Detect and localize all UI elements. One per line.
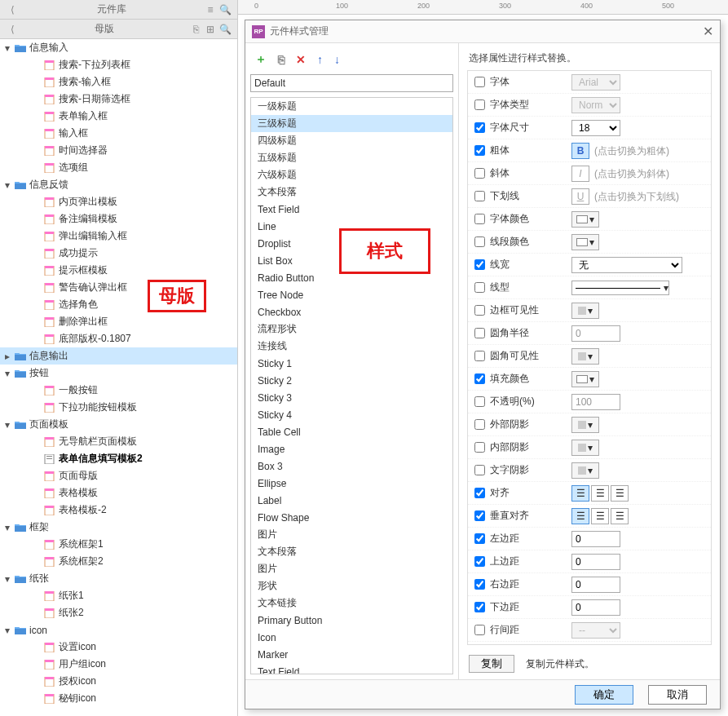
tree-item[interactable]: 表单信息填写模板2 (0, 450, 237, 467)
twisty-icon[interactable]: ▾ (5, 419, 15, 431)
prop-checkbox[interactable] (474, 579, 485, 590)
tree-item[interactable]: 搜索-输入框 (0, 73, 237, 91)
close-icon[interactable]: ✕ (703, 24, 713, 39)
delete-icon[interactable]: ✕ (296, 53, 306, 66)
tree-item[interactable]: 内页弹出模板 (0, 193, 237, 210)
tree-folder[interactable]: ▾信息反馈 (0, 176, 237, 193)
prop-select[interactable]: -- (571, 622, 620, 639)
prop-checkbox[interactable] (474, 442, 485, 453)
cancel-button[interactable]: 取消 (648, 685, 707, 705)
prop-input[interactable] (571, 577, 620, 593)
style-item[interactable]: Table Cell (251, 423, 452, 440)
align-right-icon[interactable]: ☰ (611, 485, 629, 502)
style-item[interactable]: 连接线 (251, 338, 452, 355)
tree-item[interactable]: 成功提示 (0, 245, 237, 262)
prop-checkbox[interactable] (474, 259, 485, 270)
tree-folder[interactable]: ▸信息输出 (0, 347, 237, 365)
align-left-icon[interactable]: ☰ (571, 485, 589, 502)
copy-button[interactable]: 复制 (469, 655, 514, 673)
master-tree[interactable]: ▾信息输入搜索-下拉列表框搜索-输入框搜索-日期筛选框表单输入框输入框时间选择器… (0, 39, 237, 716)
twisty-icon[interactable]: ▾ (5, 522, 15, 533)
tree-item[interactable]: 下拉功能按钮模板 (0, 399, 237, 416)
prop-checkbox[interactable] (474, 556, 485, 567)
search-icon[interactable]: 🔍 (218, 2, 232, 17)
visibility-swatch[interactable]: ▾ (571, 462, 599, 479)
prop-input[interactable] (571, 325, 620, 342)
bold-icon[interactable]: B (571, 143, 589, 159)
visibility-swatch[interactable]: ▾ (571, 348, 599, 365)
tree-item[interactable]: 秘钥icon (0, 690, 237, 707)
style-search-input[interactable]: Default (250, 74, 453, 92)
style-item[interactable]: Ellipse (251, 475, 452, 492)
tree-folder[interactable]: ▾信息输入 (0, 39, 237, 56)
visibility-swatch[interactable]: ▾ (571, 440, 599, 456)
prop-checkbox[interactable] (474, 122, 485, 133)
twisty-icon[interactable]: ▾ (5, 42, 15, 54)
style-item[interactable]: 三级标题 (251, 115, 452, 132)
valign-middle-icon[interactable]: ☰ (591, 508, 609, 524)
prop-select[interactable]: Arial (571, 74, 620, 91)
tree-item[interactable]: 提示框模板 (0, 262, 237, 279)
tree-item[interactable]: 纸张2 (0, 604, 237, 621)
line-style-select[interactable]: ▾ (571, 281, 669, 295)
tree-item[interactable]: 系统框架1 (0, 536, 237, 553)
prop-select[interactable]: Normal (571, 97, 620, 113)
prop-input[interactable] (571, 394, 620, 410)
prop-checkbox[interactable] (474, 533, 485, 544)
prop-checkbox[interactable] (474, 328, 485, 338)
tree-item[interactable]: 授权icon (0, 673, 237, 690)
copy-icon[interactable]: ⎘ (278, 53, 285, 66)
twisty-icon[interactable]: ▾ (5, 368, 15, 379)
prop-checkbox[interactable] (474, 77, 485, 87)
add-icon[interactable]: ＋ (255, 52, 267, 67)
prop-select[interactable]: 无 (571, 257, 682, 273)
align-center-icon[interactable]: ☰ (591, 485, 609, 502)
tree-item[interactable]: 表格模板-2 (0, 502, 237, 519)
down-icon[interactable]: ↓ (334, 53, 340, 66)
style-item[interactable]: 流程形状 (251, 320, 452, 338)
twisty-icon[interactable]: ▸ (5, 351, 15, 362)
style-item[interactable]: Marker (251, 646, 452, 663)
style-item[interactable]: 文本段落 (251, 543, 452, 560)
tree-folder[interactable]: ▾页面模板 (0, 416, 237, 433)
twisty-icon[interactable]: ▾ (5, 573, 15, 585)
style-item[interactable]: 五级标题 (251, 149, 452, 166)
style-item[interactable]: Primary Button (251, 612, 452, 629)
tree-item[interactable]: 表格模板 (0, 484, 237, 502)
tree-item[interactable]: 页面母版 (0, 467, 237, 484)
prop-checkbox[interactable] (474, 236, 485, 247)
add-page-icon[interactable]: ⊞ (203, 22, 218, 37)
tree-item[interactable]: 弹出编辑输入框 (0, 228, 237, 245)
prop-checkbox[interactable] (474, 373, 485, 384)
visibility-swatch[interactable]: ▾ (571, 303, 599, 319)
prop-checkbox[interactable] (474, 305, 485, 316)
style-item[interactable]: 一级标题 (251, 98, 452, 115)
tree-item[interactable]: 无导航栏页面模板 (0, 433, 237, 450)
add-folder-icon[interactable]: ⎘ (188, 22, 203, 37)
prop-checkbox[interactable] (474, 396, 485, 407)
style-item[interactable]: Tree Node (251, 286, 452, 303)
color-swatch[interactable]: ▾ (571, 234, 599, 250)
color-swatch[interactable]: ▾ (571, 371, 599, 387)
underline-icon[interactable]: U (571, 188, 589, 205)
prop-checkbox[interactable] (474, 625, 485, 635)
style-item[interactable]: Sticky 1 (251, 355, 452, 372)
style-item[interactable]: 六级标题 (251, 166, 452, 183)
twisty-icon[interactable]: ▾ (5, 625, 15, 636)
prop-input[interactable] (571, 531, 620, 547)
menu-icon[interactable]: ≡ (203, 2, 218, 17)
prop-checkbox[interactable] (474, 168, 485, 179)
style-item[interactable]: 图片 (251, 526, 452, 543)
tree-item[interactable]: 用户组icon (0, 656, 237, 673)
tree-item[interactable]: 选项组 (0, 159, 237, 176)
style-item[interactable]: Text Field (251, 201, 452, 218)
style-item[interactable]: Icon (251, 629, 452, 646)
prop-checkbox[interactable] (474, 191, 485, 201)
style-item[interactable]: Flow Shape (251, 509, 452, 526)
prop-select[interactable]: 18 (571, 120, 620, 136)
valign-bottom-icon[interactable]: ☰ (611, 508, 629, 524)
style-item[interactable]: Sticky 2 (251, 372, 452, 389)
style-item[interactable]: 文本段落 (251, 183, 452, 201)
style-item[interactable]: 四级标题 (251, 132, 452, 149)
up-icon[interactable]: ↑ (317, 53, 323, 66)
